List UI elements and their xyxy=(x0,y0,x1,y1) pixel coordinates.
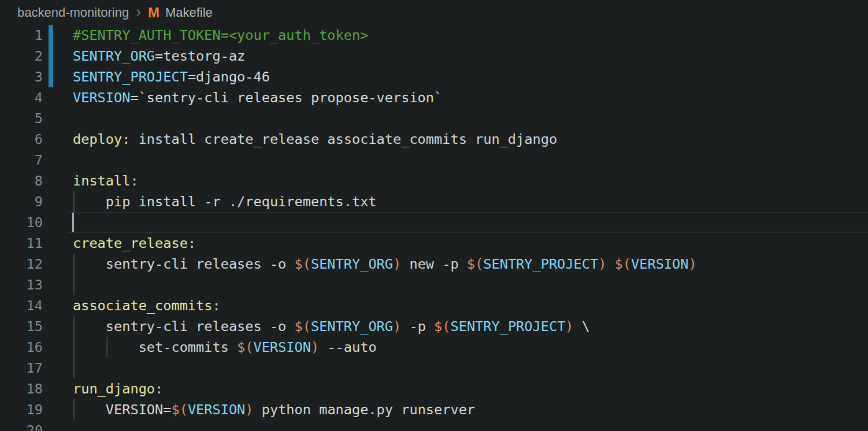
line-body[interactable]: set-commits $(VERSION) --auto xyxy=(43,337,868,358)
code-line-3[interactable]: 3SENTRY_PROJECT=django-46 xyxy=(0,66,868,87)
token-target: run_django xyxy=(73,381,155,397)
code-line-20[interactable]: 20 xyxy=(0,420,868,431)
token-interp: $( xyxy=(295,256,311,272)
line-number[interactable]: 14 xyxy=(0,295,43,316)
code-line-17[interactable]: 17 xyxy=(0,358,868,378)
line-text: install: xyxy=(43,170,868,191)
line-body[interactable] xyxy=(43,274,868,295)
chevron-right-icon: › xyxy=(136,3,141,21)
makefile-icon: M xyxy=(148,5,159,21)
line-number[interactable]: 6 xyxy=(0,129,43,150)
line-number[interactable]: 11 xyxy=(0,233,43,254)
line-number[interactable]: 2 xyxy=(0,46,43,66)
code-line-8[interactable]: 8install: xyxy=(0,170,868,191)
code-line-16[interactable]: 16 set-commits $(VERSION) --auto xyxy=(0,337,868,358)
line-body[interactable] xyxy=(43,108,868,129)
token-plain: =testorg-az xyxy=(155,48,245,64)
token-interp: ) xyxy=(565,318,573,335)
line-text: sentry-cli releases -o $(SENTRY_ORG) -p … xyxy=(43,316,868,337)
line-body[interactable]: SENTRY_PROJECT=django-46 xyxy=(43,66,868,87)
code-line-13[interactable]: 13 xyxy=(0,274,868,295)
token-target: associate_commits xyxy=(73,298,212,314)
token-plain xyxy=(606,256,614,272)
line-number[interactable]: 17 xyxy=(0,358,43,378)
code-line-7[interactable]: 7 xyxy=(0,150,868,170)
token-plain: install create_release associate_commits… xyxy=(130,131,557,147)
line-body[interactable]: VERSION=`sentry-cli releases propose-ver… xyxy=(43,87,868,108)
line-number[interactable]: 16 xyxy=(0,337,43,358)
code-line-18[interactable]: 18run_django: xyxy=(0,378,868,399)
line-text: set-commits $(VERSION) --auto xyxy=(43,337,868,358)
line-text: VERSION=`sentry-cli releases propose-ver… xyxy=(43,87,868,108)
code-line-12[interactable]: 12 sentry-cli releases -o $(SENTRY_ORG) … xyxy=(0,254,868,274)
token-target: deploy xyxy=(73,131,122,147)
token-variable: SENTRY_ORG xyxy=(73,48,155,64)
breadcrumb-project[interactable]: backend-monitoring xyxy=(17,5,129,20)
token-interp: ) xyxy=(393,256,401,272)
line-number[interactable]: 5 xyxy=(0,108,43,129)
token-target: create_release xyxy=(73,235,188,251)
code-line-14[interactable]: 14associate_commits: xyxy=(0,295,868,316)
line-text: SENTRY_ORG=testorg-az xyxy=(43,46,868,66)
line-body[interactable]: deploy: install create_release associate… xyxy=(43,129,868,150)
token-interp: $( xyxy=(237,339,253,355)
breadcrumb: backend-monitoring › M Makefile xyxy=(0,0,868,25)
line-number[interactable]: 15 xyxy=(0,316,43,337)
line-number[interactable]: 3 xyxy=(0,66,43,87)
code-line-1[interactable]: 1#SENTRY_AUTH_TOKEN=<your_auth_token> xyxy=(0,25,868,46)
line-body[interactable]: sentry-cli releases -o $(SENTRY_ORG) -p … xyxy=(43,316,868,337)
code-line-2[interactable]: 2SENTRY_ORG=testorg-az xyxy=(0,46,868,66)
line-body[interactable] xyxy=(43,212,868,233)
editor-window: backend-monitoring › M Makefile 1#SENTRY… xyxy=(0,0,868,431)
line-body[interactable] xyxy=(43,420,868,431)
line-number[interactable]: 19 xyxy=(0,399,43,420)
code-editor[interactable]: 1#SENTRY_AUTH_TOKEN=<your_auth_token>2SE… xyxy=(0,25,868,431)
token-variable: SENTRY_PROJECT xyxy=(483,256,598,272)
code-line-9[interactable]: 9 pip install -r ./requirements.txt xyxy=(0,191,868,212)
line-body[interactable]: associate_commits: xyxy=(43,295,868,316)
line-text: #SENTRY_AUTH_TOKEN=<your_auth_token> xyxy=(43,25,868,46)
line-text: run_django: xyxy=(43,378,868,399)
token-interp: ) xyxy=(245,402,253,418)
line-text: SENTRY_PROJECT=django-46 xyxy=(43,66,868,87)
breadcrumb-file[interactable]: Makefile xyxy=(165,5,213,20)
code-line-15[interactable]: 15 sentry-cli releases -o $(SENTRY_ORG) … xyxy=(0,316,868,337)
line-number[interactable]: 7 xyxy=(0,150,43,170)
code-line-10[interactable]: 10 xyxy=(0,212,868,233)
token-variable: VERSION xyxy=(254,339,311,355)
code-line-11[interactable]: 11create_release: xyxy=(0,233,868,254)
line-number[interactable]: 12 xyxy=(0,254,43,274)
line-body[interactable]: SENTRY_ORG=testorg-az xyxy=(43,46,868,66)
line-body[interactable]: sentry-cli releases -o $(SENTRY_ORG) new… xyxy=(43,254,868,274)
line-number[interactable]: 1 xyxy=(0,25,43,46)
code-line-5[interactable]: 5 xyxy=(0,108,868,129)
code-line-6[interactable]: 6deploy: install create_release associat… xyxy=(0,129,868,150)
token-variable: VERSION xyxy=(73,90,130,106)
line-number[interactable]: 18 xyxy=(0,378,43,399)
line-text: sentry-cli releases -o $(SENTRY_ORG) new… xyxy=(43,254,868,274)
token-interp: $( xyxy=(434,318,450,335)
line-body[interactable]: create_release: xyxy=(43,233,868,254)
token-plain: =`sentry-cli releases propose-version` xyxy=(130,90,442,106)
line-number[interactable]: 9 xyxy=(0,191,43,212)
line-body[interactable]: pip install -r ./requirements.txt xyxy=(43,191,868,212)
line-number[interactable]: 10 xyxy=(0,212,43,233)
line-body[interactable]: #SENTRY_AUTH_TOKEN=<your_auth_token> xyxy=(43,25,868,46)
token-plain: set-commits xyxy=(73,339,237,355)
line-number[interactable]: 20 xyxy=(0,420,43,431)
token-interp: ) xyxy=(688,256,696,272)
line-number[interactable]: 13 xyxy=(0,274,43,295)
code-line-4[interactable]: 4VERSION=`sentry-cli releases propose-ve… xyxy=(0,87,868,108)
token-interp: $( xyxy=(615,256,631,272)
line-number[interactable]: 4 xyxy=(0,87,43,108)
line-body[interactable]: install: xyxy=(43,170,868,191)
line-number[interactable]: 8 xyxy=(0,170,43,191)
line-body[interactable]: run_django: xyxy=(43,378,868,399)
line-body[interactable] xyxy=(43,358,868,378)
code-line-19[interactable]: 19 VERSION=$(VERSION) python manage.py r… xyxy=(0,399,868,420)
token-target: install xyxy=(73,173,130,189)
line-body[interactable]: VERSION=$(VERSION) python manage.py runs… xyxy=(43,399,868,420)
line-body[interactable] xyxy=(43,150,868,170)
token-interp: ) xyxy=(393,318,401,335)
token-plain: new -p xyxy=(401,256,467,272)
